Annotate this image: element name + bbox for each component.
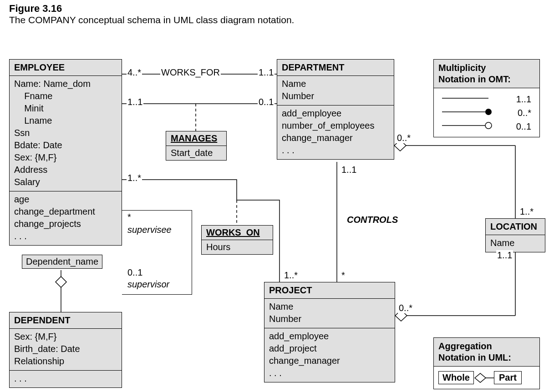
assoc-class-attr: Start_date bbox=[166, 146, 226, 160]
mult-manages-emp: 1..1 bbox=[127, 97, 143, 107]
mult-controls-proj: * bbox=[341, 270, 346, 281]
class-attributes: Name Number bbox=[264, 298, 395, 328]
legend-body: 1..1 0..* 0..1 bbox=[434, 88, 539, 137]
assoc-label-works-for: WORKS_FOR bbox=[160, 67, 221, 78]
legend-title: Aggregation Notation in UML: bbox=[434, 338, 539, 367]
legend-body: Whole Part bbox=[434, 367, 539, 389]
assoc-class-manages: MANAGES Start_date bbox=[166, 131, 227, 161]
role-supervisor: supervisor bbox=[127, 279, 170, 290]
assoc-class-title: MANAGES bbox=[166, 131, 226, 146]
mult-manages-dept: 0..1 bbox=[258, 97, 274, 107]
class-attributes: Sex: {M,F} Birth_date: Date Relationship bbox=[10, 328, 122, 370]
legend-whole: Whole bbox=[438, 371, 474, 384]
class-operations: add_employee add_project change_manager … bbox=[264, 328, 395, 382]
class-attributes: Name Number bbox=[277, 75, 394, 105]
mult-works-for-dept: 1..1 bbox=[258, 67, 274, 78]
class-department: DEPARTMENT Name Number add_employee numb… bbox=[277, 59, 394, 160]
legend-aggregation: Aggregation Notation in UML: Whole Part bbox=[433, 337, 540, 389]
mult-projloc-loc: 1..1 bbox=[496, 250, 513, 261]
legend-l3: 0..1 bbox=[516, 121, 531, 132]
mult-deptloc-dept: 0..* bbox=[396, 133, 412, 143]
qualifier-dependent-name: Dependent_name bbox=[22, 255, 102, 269]
mult-supervisor: 0..1 bbox=[127, 267, 143, 278]
class-attributes: Name: Name_dom Fname Minit Lname Ssn Bda… bbox=[10, 75, 122, 191]
class-title: LOCATION bbox=[486, 219, 545, 235]
class-location: LOCATION Name bbox=[485, 218, 545, 252]
mult-projloc-proj: 0..* bbox=[398, 303, 413, 313]
legend-l2: 0..* bbox=[518, 108, 531, 118]
legend-omt: Multiplicity Notation in OMT: 1..1 0..* … bbox=[433, 59, 540, 137]
mult-works-for-emp: 4..* bbox=[127, 67, 142, 78]
role-supervisee: supervisee bbox=[127, 225, 173, 235]
class-employee: EMPLOYEE Name: Name_dom Fname Minit Lnam… bbox=[9, 59, 122, 246]
legend-title: Multiplicity Notation in OMT: bbox=[434, 60, 539, 88]
assoc-class-works-on: WORKS_ON Hours bbox=[201, 225, 273, 255]
mult-controls-dept: 1..1 bbox=[341, 165, 357, 175]
svg-point-19 bbox=[485, 122, 492, 129]
assoc-class-attr: Hours bbox=[202, 240, 273, 254]
class-attributes: Name bbox=[486, 235, 545, 252]
class-operations: age change_department change_projects . … bbox=[10, 191, 122, 245]
assoc-class-title: WORKS_ON bbox=[202, 226, 273, 240]
svg-marker-20 bbox=[475, 373, 486, 382]
class-operations: . . . bbox=[10, 370, 122, 387]
assoc-label-controls: CONTROLS bbox=[346, 215, 399, 225]
class-project: PROJECT Name Number add_employee add_pro… bbox=[264, 282, 395, 382]
class-title: DEPENDENT bbox=[10, 312, 122, 328]
class-dependent: DEPENDENT Sex: {M,F} Birth_date: Date Re… bbox=[9, 312, 122, 388]
mult-supervisee: * bbox=[127, 212, 132, 222]
legend-l1: 1..1 bbox=[516, 94, 531, 105]
class-title: EMPLOYEE bbox=[10, 60, 122, 75]
mult-deptloc-loc: 1..* bbox=[519, 206, 534, 217]
mult-works-on-emp: 1..* bbox=[127, 173, 142, 183]
legend-part: Part bbox=[494, 371, 522, 384]
class-title: PROJECT bbox=[264, 282, 395, 298]
class-operations: add_employee number_of_employees change_… bbox=[277, 105, 394, 159]
class-title: DEPARTMENT bbox=[277, 60, 394, 75]
svg-marker-14 bbox=[56, 276, 66, 287]
svg-point-17 bbox=[485, 109, 492, 115]
mult-works-on-proj: 1..* bbox=[283, 270, 299, 281]
